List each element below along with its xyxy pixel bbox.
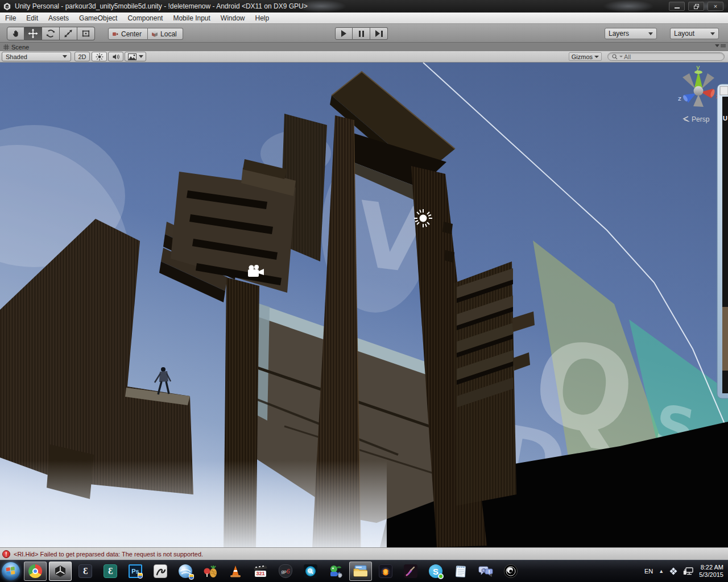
effects-image-icon [128, 53, 136, 60]
taskbar-notepad[interactable] [449, 562, 472, 581]
unity-editor-window: Unity Personal - parkour3d_unity5mobile5… [0, 0, 728, 582]
taskbar-search-tool[interactable] [299, 562, 322, 581]
taskbar-photoshop[interactable]: Ps [124, 562, 147, 581]
hidden-icons-arrow[interactable]: ▲ [659, 568, 664, 574]
layers-dropdown[interactable]: Layers [605, 28, 657, 39]
pause-button[interactable] [353, 27, 370, 40]
layout-dropdown[interactable]: Layout [670, 28, 719, 39]
language-indicator[interactable]: EN [644, 568, 653, 575]
lighting-sun-icon [96, 53, 104, 61]
pivot-center-button[interactable]: Center [108, 28, 148, 40]
shading-mode-dropdown[interactable]: Shaded [2, 52, 71, 61]
taskbar-media-orange[interactable] [374, 562, 397, 581]
status-dot [438, 573, 444, 579]
taskbar-3dsmax-dark[interactable]: 3 [74, 562, 97, 581]
svg-text:y: y [696, 64, 700, 71]
svg-text:@: @ [481, 567, 486, 573]
scene-render: V Q D S [0, 63, 728, 547]
menu-gameobject[interactable]: GameObject [74, 14, 122, 22]
gp6-pick-icon: gp6 [279, 564, 292, 578]
title-bar[interactable]: Unity Personal - parkour3d_unity5mobile5… [0, 0, 728, 13]
taskbar-explorer[interactable] [349, 562, 372, 581]
hand-tool-button[interactable] [7, 27, 24, 40]
menu-assets[interactable]: Assets [43, 14, 74, 22]
start-button[interactable] [2, 562, 20, 580]
headphones-orange-icon [379, 564, 392, 578]
panel-menu-button[interactable] [715, 44, 726, 48]
menu-window[interactable]: Window [216, 14, 250, 22]
close-button[interactable]: × [708, 2, 723, 11]
playmode-controls [335, 27, 388, 40]
taskbar-zbrush[interactable] [149, 562, 172, 581]
taskbar-paint-app[interactable] [399, 562, 422, 581]
menu-file[interactable]: File [0, 14, 21, 22]
taskbar-chrome[interactable] [24, 562, 47, 581]
minimize-button[interactable] [669, 2, 685, 11]
svg-text:!: ! [489, 569, 490, 575]
taskbar-google-earth[interactable] [174, 562, 197, 581]
chevron-down-icon [619, 56, 623, 57]
uac-shield-icon [189, 574, 194, 580]
restore-button[interactable] [688, 2, 704, 11]
effects-dropdown-button[interactable] [125, 52, 146, 61]
hand-icon [11, 28, 21, 39]
scene-search-input[interactable]: All [607, 52, 725, 61]
chevron-down-icon [710, 32, 715, 35]
step-button[interactable] [370, 27, 388, 40]
chevron-down-icon [594, 56, 599, 58]
play-button[interactable] [335, 27, 353, 40]
taskbar-mpc[interactable]: 321 [249, 562, 272, 581]
pivot-center-icon [112, 31, 119, 38]
rect-tool-button[interactable] [77, 27, 95, 40]
taskbar-vlc[interactable] [224, 562, 247, 581]
google-earth-icon [179, 564, 192, 578]
taskbar-obs[interactable] [499, 562, 522, 581]
unity-logo-icon [3, 2, 11, 11]
lighting-toggle-button[interactable] [92, 52, 107, 61]
status-bar[interactable]: ! <RI.Hid> Failed to get preparsed data:… [0, 547, 728, 560]
sliver-text: U [723, 115, 727, 122]
error-icon: ! [2, 550, 10, 558]
chat-bubbles-icon: @ ! [478, 564, 493, 578]
network-tray-icon[interactable] [683, 567, 693, 576]
menu-lines-icon [721, 44, 726, 48]
move-tool-button[interactable] [24, 27, 42, 40]
scale-tool-button[interactable] [60, 27, 77, 40]
taskbar-webcam-tool[interactable] [324, 562, 347, 581]
vlc-cone-icon [229, 564, 242, 578]
play-icon [341, 30, 346, 37]
four-petal-tray-icon[interactable] [669, 567, 677, 575]
pivot-local-button[interactable]: Local [148, 28, 183, 40]
rect-icon [81, 28, 91, 39]
taskbar-clock[interactable]: 8:22 AM 5/3/2015 [699, 564, 723, 579]
cocktail-fruit-icon [203, 564, 218, 578]
gizmos-dropdown[interactable]: Gizmos [569, 52, 602, 61]
taskbar-unity[interactable] [49, 562, 72, 581]
background-window-sliver[interactable]: U [717, 84, 728, 398]
menu-component[interactable]: Component [122, 14, 168, 22]
search-value: All [624, 53, 631, 60]
unity-icon [53, 564, 67, 578]
audio-toggle-button[interactable] [108, 52, 123, 61]
2d-toggle-button[interactable]: 2D [75, 52, 90, 61]
chevron-down-icon [139, 55, 143, 58]
scene-view-toolbar: Shaded 2D [0, 51, 728, 63]
taskbar-3dsmax-teal[interactable]: 3 [99, 562, 122, 581]
system-tray: EN ▲ 8:22 AM 5/3/2015 [644, 564, 728, 579]
photoshop-icon: Ps [129, 564, 142, 578]
scene-grid-icon [3, 44, 9, 50]
scene-viewport[interactable]: V Q D S [0, 63, 728, 547]
taskbar-chat-app[interactable]: @ ! [474, 562, 497, 581]
menu-mobile-input[interactable]: Mobile Input [168, 14, 215, 22]
taskbar-skype[interactable]: S [424, 562, 447, 581]
3dsmax-dark-icon: 3 [78, 564, 92, 578]
taskbar-gp6[interactable]: gp6 [274, 562, 297, 581]
taskbar-cocktail[interactable] [199, 562, 222, 581]
zbrush-icon [154, 564, 167, 578]
menu-edit[interactable]: Edit [21, 14, 43, 22]
menu-help[interactable]: Help [250, 14, 275, 22]
windows-taskbar: 3 3 Ps [0, 560, 728, 582]
tab-scene[interactable]: Scene [11, 44, 29, 51]
rotate-tool-button[interactable] [42, 27, 60, 40]
3dsmax-teal-icon: 3 [104, 564, 117, 578]
